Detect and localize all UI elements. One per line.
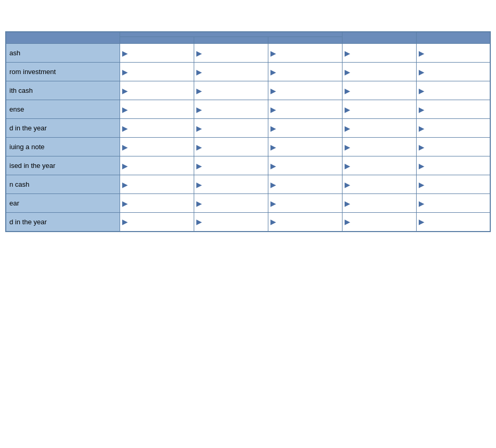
financing-cell[interactable]: ▶ — [268, 194, 342, 213]
cell-arrow-icon: ▶ — [196, 87, 202, 95]
cell-arrow-icon: ▶ — [345, 162, 350, 170]
investing-cell[interactable]: ▶ — [194, 119, 268, 138]
operating-header — [120, 37, 194, 44]
financing-cell[interactable]: ▶ — [268, 175, 342, 194]
financing-cell[interactable]: ▶ — [268, 156, 342, 175]
cell-arrow-icon: ▶ — [345, 143, 350, 151]
not-reported-cell[interactable]: ▶ — [416, 156, 490, 175]
cell-arrow-icon: ▶ — [196, 199, 202, 208]
cell-arrow-icon: ▶ — [419, 124, 424, 132]
not-reported-cell[interactable]: ▶ — [416, 100, 490, 119]
noncash-cell[interactable]: ▶ — [342, 44, 416, 63]
investing-cell[interactable]: ▶ — [194, 63, 268, 81]
investing-cell[interactable]: ▶ — [194, 44, 268, 63]
operating-cell[interactable]: ▶ — [120, 63, 194, 81]
not-reported-cell[interactable]: ▶ — [416, 119, 490, 138]
investing-cell[interactable]: ▶ — [194, 156, 268, 175]
intro-block — [0, 10, 496, 31]
not-reported-cell[interactable]: ▶ — [416, 138, 490, 156]
cell-arrow-icon: ▶ — [122, 68, 128, 76]
operating-cell[interactable]: ▶ — [120, 100, 194, 119]
cell-arrow-icon: ▶ — [122, 180, 128, 189]
investing-header — [194, 37, 268, 44]
operating-cell[interactable]: ▶ — [120, 156, 194, 175]
cash-flows-table: ash▶▶▶▶▶rom investment▶▶▶▶▶ith cash▶▶▶▶▶… — [5, 31, 491, 232]
operating-cell[interactable]: ▶ — [120, 138, 194, 156]
financing-cell[interactable]: ▶ — [268, 119, 342, 138]
noncash-cell[interactable]: ▶ — [342, 156, 416, 175]
not-reported-cell[interactable]: ▶ — [416, 175, 490, 194]
cell-arrow-icon: ▶ — [270, 217, 276, 226]
financing-cell[interactable]: ▶ — [268, 138, 342, 156]
financing-cell[interactable]: ▶ — [268, 63, 342, 81]
operating-cell[interactable]: ▶ — [120, 175, 194, 194]
financing-cell[interactable]: ▶ — [268, 44, 342, 63]
row-label: ised in the year — [6, 156, 120, 175]
cell-arrow-icon: ▶ — [345, 217, 350, 226]
row-label: n cash — [6, 175, 120, 194]
cell-arrow-icon: ▶ — [345, 49, 350, 57]
row-label: ear — [6, 194, 120, 213]
investing-cell[interactable]: ▶ — [194, 138, 268, 156]
cell-arrow-icon: ▶ — [419, 162, 424, 170]
investing-cell[interactable]: ▶ — [194, 213, 268, 232]
table-body: ash▶▶▶▶▶rom investment▶▶▶▶▶ith cash▶▶▶▶▶… — [6, 44, 490, 232]
financing-cell[interactable]: ▶ — [268, 81, 342, 100]
noncash-cell[interactable]: ▶ — [342, 119, 416, 138]
not-reported-cell[interactable]: ▶ — [416, 44, 490, 63]
noncash-cell[interactable]: ▶ — [342, 175, 416, 194]
cell-arrow-icon: ▶ — [196, 217, 202, 226]
table-row: d in the year▶▶▶▶▶ — [6, 213, 490, 232]
noncash-cell[interactable]: ▶ — [342, 194, 416, 213]
noncash-cell[interactable]: ▶ — [342, 63, 416, 81]
financing-cell[interactable]: ▶ — [268, 100, 342, 119]
not-reported-cell[interactable]: ▶ — [416, 63, 490, 81]
row-label: ith cash — [6, 81, 120, 100]
operating-cell[interactable]: ▶ — [120, 213, 194, 232]
operating-cell[interactable]: ▶ — [120, 119, 194, 138]
header-row-top — [6, 32, 490, 37]
noncash-header — [342, 32, 416, 44]
table-row: d in the year▶▶▶▶▶ — [6, 119, 490, 138]
row-label: rom investment — [6, 63, 120, 81]
investing-cell[interactable]: ▶ — [194, 100, 268, 119]
noncash-cell[interactable]: ▶ — [342, 213, 416, 232]
operating-cell[interactable]: ▶ — [120, 81, 194, 100]
cell-arrow-icon: ▶ — [270, 68, 276, 76]
cell-arrow-icon: ▶ — [345, 124, 350, 132]
cell-arrow-icon: ▶ — [345, 105, 350, 114]
investing-cell[interactable]: ▶ — [194, 194, 268, 213]
investing-cell[interactable]: ▶ — [194, 81, 268, 100]
cell-arrow-icon: ▶ — [122, 105, 128, 114]
investing-cell[interactable]: ▶ — [194, 175, 268, 194]
operating-cell[interactable]: ▶ — [120, 194, 194, 213]
cell-arrow-icon: ▶ — [122, 162, 128, 170]
cell-arrow-icon: ▶ — [196, 180, 202, 189]
operating-cell[interactable]: ▶ — [120, 44, 194, 63]
row-label: ash — [6, 44, 120, 63]
cell-arrow-icon: ▶ — [196, 105, 202, 114]
cell-arrow-icon: ▶ — [419, 49, 424, 57]
cell-arrow-icon: ▶ — [196, 162, 202, 170]
cell-arrow-icon: ▶ — [122, 49, 128, 57]
empty-corner — [6, 32, 120, 44]
not-reported-cell[interactable]: ▶ — [416, 213, 490, 232]
cell-arrow-icon: ▶ — [270, 199, 276, 208]
not-reported-cell[interactable]: ▶ — [416, 194, 490, 213]
cell-arrow-icon: ▶ — [419, 199, 424, 208]
cell-arrow-icon: ▶ — [270, 105, 276, 114]
noncash-cell[interactable]: ▶ — [342, 100, 416, 119]
not-reported-cell[interactable]: ▶ — [416, 81, 490, 100]
cell-arrow-icon: ▶ — [270, 180, 276, 189]
cell-arrow-icon: ▶ — [419, 217, 424, 226]
cell-arrow-icon: ▶ — [122, 217, 128, 226]
noncash-cell[interactable]: ▶ — [342, 138, 416, 156]
cell-arrow-icon: ▶ — [196, 49, 202, 57]
noncash-cell[interactable]: ▶ — [342, 81, 416, 100]
cell-arrow-icon: ▶ — [270, 49, 276, 57]
table-row: n cash▶▶▶▶▶ — [6, 175, 490, 194]
not-reported-header — [416, 32, 490, 44]
cell-arrow-icon: ▶ — [419, 143, 424, 151]
financing-cell[interactable]: ▶ — [268, 213, 342, 232]
cell-arrow-icon: ▶ — [196, 68, 202, 76]
